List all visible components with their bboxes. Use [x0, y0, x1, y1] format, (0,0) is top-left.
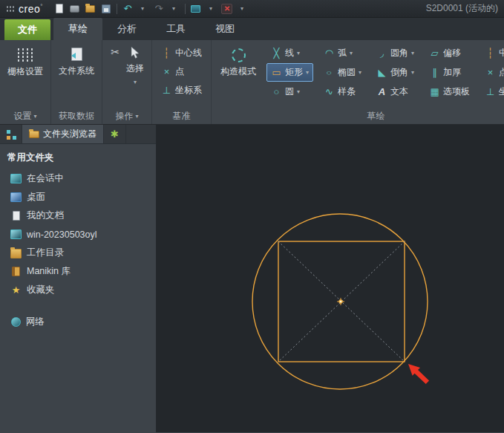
chevron-down-icon: ▾ — [297, 50, 300, 56]
navigator-tabs: 文件夹浏览器 ✱ — [0, 125, 156, 144]
palette-label: 选项板 — [443, 85, 470, 98]
group-label-operations[interactable]: 操作▾ — [102, 108, 151, 124]
centerline-tool-button[interactable]: ┆ 中心线 ▾ — [480, 44, 504, 62]
sketch-canvas[interactable] — [157, 125, 504, 432]
operations-group-content: ✂ 选择 ▾ — [102, 40, 151, 108]
windows-dropdown[interactable]: ▾ — [204, 1, 219, 16]
fillet-label: 圆角 — [390, 47, 408, 59]
tree-item-desktop[interactable]: 桌面 — [0, 188, 156, 206]
arc-label: 弧 — [338, 47, 347, 59]
thicken-tool-button[interactable]: ∥ 加厚 — [425, 63, 474, 82]
chevron-down-icon: ▾ — [209, 5, 212, 12]
tree-item-network[interactable]: 网络 — [0, 313, 156, 331]
tab-favorites[interactable]: ✱ — [104, 125, 126, 143]
tab-folder-browser[interactable]: 文件夹浏览器 — [22, 125, 104, 143]
grid-dots-icon — [16, 47, 35, 62]
settings-label-text: 设置 — [13, 110, 31, 123]
tab-model-tree[interactable] — [0, 125, 22, 143]
line-tool-button[interactable]: ╳ 线 ▾ — [266, 44, 313, 62]
print-button[interactable] — [68, 1, 82, 16]
construction-mode-label: 构造模式 — [219, 66, 258, 77]
centerline-label: 中心线 — [175, 47, 202, 59]
sketch-viewport[interactable] — [157, 125, 504, 432]
tree-item-manikin-library[interactable]: Manikin 库 — [0, 262, 156, 281]
print-icon — [70, 5, 79, 13]
ribbon-group-get-data: 文件系统 获取数据 — [51, 40, 102, 124]
construction-mode-button[interactable]: 构造模式 — [216, 44, 261, 77]
new-file-icon — [56, 4, 63, 13]
offset-tool-button[interactable]: ▱ 偏移 — [425, 44, 474, 62]
redo-dropdown[interactable]: ▾ — [167, 1, 182, 16]
tree-item-working-directory[interactable]: 工作目录 — [0, 244, 156, 262]
file-system-label: 文件系统 — [59, 65, 94, 77]
chamfer-label: 倒角 — [390, 66, 408, 79]
tree-item-favorites[interactable]: ★ 收藏夹 — [0, 281, 156, 299]
app-logo: creo° — [19, 3, 43, 15]
folder-browser-label: 文件夹浏览器 — [43, 128, 96, 140]
tab-analysis[interactable]: 分析 — [102, 18, 151, 40]
chevron-down-icon: ▾ — [134, 79, 137, 85]
point-tool-button[interactable]: × 点 — [480, 63, 504, 82]
undo-button[interactable]: ↶ — [120, 1, 135, 16]
tab-tools[interactable]: 工具 — [151, 18, 200, 40]
select-button[interactable]: 选择 ▾ — [123, 44, 147, 85]
point-icon: × — [485, 68, 496, 77]
text-tool-button[interactable]: A 文本 — [372, 82, 419, 101]
new-file-button[interactable] — [52, 1, 67, 16]
circle-tool-button[interactable]: ○ 圆 ▾ — [266, 82, 313, 101]
group-label-settings[interactable]: 设置▾ — [0, 108, 50, 124]
palette-tool-button[interactable]: ▦ 选项板 — [425, 82, 474, 101]
tree-item-my-documents[interactable]: 我的文档 — [0, 206, 156, 225]
chevron-down-icon: ▾ — [411, 69, 414, 76]
computer-icon — [10, 229, 22, 239]
group-label-datum: 基准 — [152, 108, 211, 124]
tab-sketch[interactable]: 草绘 — [53, 18, 102, 40]
chevron-down-icon: ▾ — [240, 5, 243, 12]
fillet-tool-button[interactable]: ◞ 圆角 ▾ — [372, 44, 419, 62]
datum-buttons: ┆ 中心线 × 点 ⊥ 坐标系 — [157, 44, 206, 100]
chevron-down-icon: ▾ — [297, 88, 300, 95]
text-icon: A — [376, 87, 387, 97]
rectangle-tool-button[interactable]: ▭ 矩形 ▾ — [266, 63, 313, 82]
open-button[interactable] — [83, 1, 98, 16]
tab-view[interactable]: 视图 — [200, 18, 249, 40]
centerline-icon: ┆ — [161, 48, 172, 58]
windows-button[interactable] — [189, 1, 203, 16]
toolbar-separator — [185, 4, 186, 14]
text-label: 文本 — [390, 85, 408, 98]
file-system-button[interactable]: 文件系统 — [56, 44, 97, 77]
save-button[interactable] — [99, 1, 114, 16]
spline-tool-button[interactable]: ∿ 样条 — [319, 82, 366, 101]
center-point-marker[interactable] — [337, 298, 344, 305]
in-session-icon — [10, 174, 22, 183]
close-window-button[interactable]: ✕ — [220, 1, 235, 16]
redo-button[interactable]: ↷ — [151, 1, 166, 16]
centerline-datum-button[interactable]: ┆ 中心线 — [157, 44, 206, 62]
centerline-icon: ┆ — [485, 48, 496, 58]
tree-item-computer[interactable]: win-20230503oyl — [0, 225, 156, 244]
tree-item-label: 工作目录 — [27, 247, 64, 259]
quick-access-dropdown[interactable]: ▾ — [235, 1, 250, 16]
arc-tool-button[interactable]: ◠ 弧 ▾ — [319, 44, 366, 62]
navigator-panel: 文件夹浏览器 ✱ 常用文件夹 在会话中 桌面 我的文档 — [0, 125, 157, 432]
undo-dropdown[interactable]: ▾ — [136, 1, 151, 16]
close-icon: ✕ — [224, 5, 230, 13]
csys-tool-button[interactable]: ⊥ 坐标系 — [480, 82, 504, 101]
model-tree-icon — [7, 130, 10, 134]
tree-item-in-session[interactable]: 在会话中 — [0, 169, 156, 188]
tab-file[interactable]: 文件 — [4, 19, 50, 40]
cut-button[interactable]: ✂ — [107, 44, 123, 60]
circle-label: 圆 — [285, 85, 294, 98]
redo-icon: ↷ — [154, 4, 163, 13]
ellipse-tool-button[interactable]: ○ 椭圆 ▾ — [319, 63, 366, 82]
save-icon — [102, 4, 111, 13]
title-bar: creo° ↶ ▾ ↷ ▾ ▾ ✕ ▾ S2D0001 (活动的) — [0, 0, 504, 18]
chamfer-tool-button[interactable]: ◣ 倒角 ▾ — [372, 63, 419, 82]
select-label: 选择 — [126, 62, 144, 75]
csys-datum-button[interactable]: ⊥ 坐标系 — [157, 81, 206, 100]
point-datum-button[interactable]: × 点 — [157, 62, 206, 81]
grid-settings-button[interactable]: 栅格设置 — [4, 44, 46, 78]
chevron-down-icon: ▾ — [350, 50, 353, 56]
tree-item-label: 在会话中 — [27, 172, 64, 185]
tree-item-label: 桌面 — [27, 191, 45, 204]
